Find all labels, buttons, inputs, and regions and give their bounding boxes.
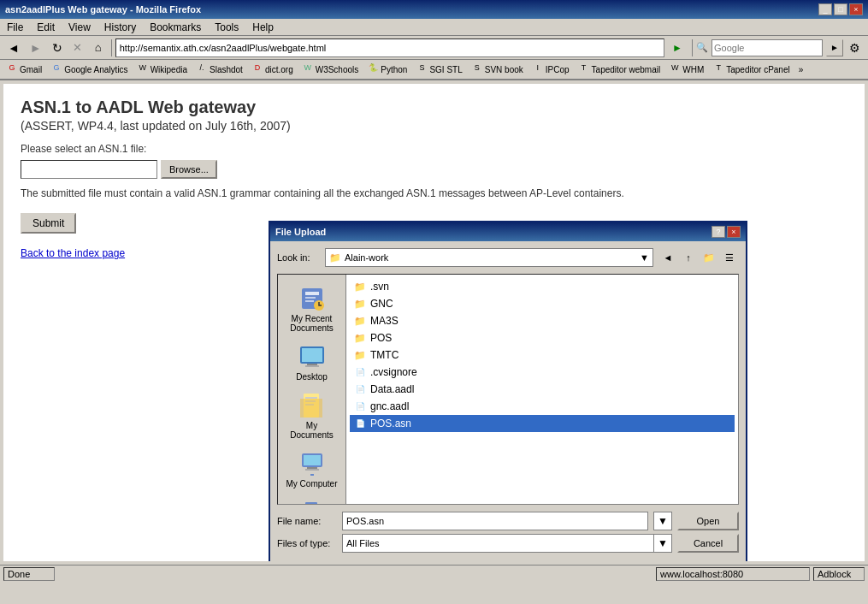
filetype-dropdown-arrow[interactable]: ▼ — [653, 534, 672, 553]
folder-icon-tmtc: 📁 — [353, 348, 367, 362]
left-panel-network[interactable]: My Network — [282, 495, 342, 505]
description-text: The submitted file must contain a valid … — [21, 187, 670, 199]
nav-back-button[interactable]: ◄ — [658, 248, 677, 267]
maximize-button[interactable]: □ — [834, 3, 847, 15]
bookmark-dictorg[interactable]: D dict.org — [249, 62, 296, 76]
close-button[interactable]: × — [849, 3, 863, 15]
submit-button[interactable]: Submit — [21, 213, 76, 234]
file-item-cvsignore[interactable]: 📄 .cvsignore — [350, 364, 735, 381]
file-name-pos: POS — [370, 332, 392, 344]
bookmark-slashdot[interactable]: /. Slashdot — [193, 62, 245, 76]
file-item-pos[interactable]: 📁 POS — [350, 329, 735, 346]
bookmark-w3schools[interactable]: W W3Schools — [299, 62, 362, 76]
page-title: ASN.1 to AADL Web gateway — [21, 98, 847, 117]
menu-bookmarks[interactable]: Bookmarks — [146, 21, 204, 34]
bookmark-tapeditor-webmail[interactable]: T Tapeditor webmail — [576, 62, 664, 76]
file-item-posasn[interactable]: 📄 POS.asn — [350, 415, 735, 432]
left-panel-desktop[interactable]: Desktop — [282, 340, 342, 385]
toolbar-settings-button[interactable]: ⚙ — [845, 38, 865, 57]
menu-help[interactable]: Help — [249, 21, 277, 34]
menu-edit[interactable]: Edit — [33, 21, 58, 34]
left-panel-documents[interactable]: My Documents — [282, 388, 342, 443]
look-in-combo[interactable]: 📁 Alain-work ▼ — [325, 248, 653, 267]
documents-label: My Documents — [284, 421, 340, 440]
bookmark-analytics[interactable]: G Google Analytics — [48, 62, 131, 76]
new-folder-button[interactable]: 📁 — [700, 248, 718, 267]
bookmark-gmail[interactable]: G Gmail — [3, 62, 44, 76]
status-adblock-text: Adblock — [818, 569, 851, 579]
search-input[interactable] — [712, 39, 823, 56]
menu-view[interactable]: View — [65, 21, 94, 34]
bookmark-more[interactable]: » — [796, 64, 806, 75]
svg-rect-18 — [305, 502, 317, 505]
bookmarks-bar: G Gmail G Google Analytics W Wikipedia /… — [0, 60, 868, 80]
left-panel-recent[interactable]: My RecentDocuments — [282, 281, 342, 336]
bookmark-whm[interactable]: W WHM — [666, 62, 706, 76]
bookmark-wikipedia[interactable]: W Wikipedia — [134, 62, 190, 76]
file-name-gnc: GNC — [370, 298, 393, 310]
file-item-ma3s[interactable]: 📁 MA3S — [350, 312, 735, 329]
dialog-title-buttons: ? × — [712, 226, 741, 238]
menu-file[interactable]: File — [3, 21, 27, 34]
status-server-text: www.localhost:8080 — [656, 567, 810, 581]
analytics-icon: G — [50, 63, 62, 75]
view-button[interactable]: ☰ — [720, 248, 739, 267]
folder-icon: 📁 — [329, 252, 341, 264]
file-text-input[interactable] — [21, 160, 157, 179]
bookmark-sgistl[interactable]: S SGI STL — [413, 62, 464, 76]
file-name-posasn: POS.asn — [370, 417, 411, 429]
menu-tools[interactable]: Tools — [211, 21, 242, 34]
filename-input[interactable] — [342, 512, 648, 530]
stop-button[interactable]: ✕ — [68, 38, 87, 57]
look-in-label: Look in: — [277, 252, 320, 263]
left-panel: My RecentDocuments Desktop — [278, 275, 346, 504]
bookmark-ipcop[interactable]: I IPCop — [529, 62, 572, 76]
toolbar-separator — [111, 39, 112, 56]
title-bar: asn2aadlPlus Web gateway - Mozilla Firef… — [0, 0, 868, 19]
dialog-close-button[interactable]: × — [727, 226, 741, 238]
dialog-help-button[interactable]: ? — [712, 226, 725, 238]
file-item-gncaadl[interactable]: 📄 gnc.aadl — [350, 398, 735, 415]
left-panel-computer[interactable]: My Computer — [282, 447, 342, 492]
file-item-tmtc[interactable]: 📁 TMTC — [350, 346, 735, 364]
file-input-row: Browse... — [21, 160, 847, 179]
browse-button[interactable]: Browse... — [161, 160, 217, 179]
menu-history[interactable]: History — [101, 21, 139, 34]
file-icon-gncaadl: 📄 — [353, 400, 367, 413]
cancel-button[interactable]: Cancel — [677, 534, 739, 553]
address-input[interactable] — [115, 38, 664, 57]
svnbook-icon: S — [471, 63, 483, 75]
file-item-gnc[interactable]: 📁 GNC — [350, 295, 735, 312]
bookmark-tapeditor-cpanel[interactable]: T Tapeditor cPanel — [710, 62, 793, 76]
folder-icon-gnc: 📁 — [353, 297, 367, 311]
search-go-button[interactable]: ► — [826, 39, 843, 56]
slashdot-icon: /. — [196, 63, 208, 75]
home-button[interactable]: ⌂ — [89, 38, 108, 57]
back-button[interactable]: ◄ — [3, 38, 24, 57]
folder-icon-svn: 📁 — [353, 280, 367, 293]
go-button[interactable]: ► — [668, 38, 687, 57]
status-adblock: Adblock — [813, 567, 865, 581]
svg-rect-17 — [310, 474, 314, 476]
bottom-rows: File name: ▼ Open Files of type: ▼ Cance… — [277, 512, 739, 553]
gmail-icon: G — [6, 63, 18, 75]
filename-label: File name: — [277, 516, 337, 526]
open-button[interactable]: Open — [677, 512, 739, 530]
file-icon-cvsignore: 📄 — [353, 365, 367, 379]
minimize-button[interactable]: _ — [818, 3, 832, 15]
forward-button[interactable]: ► — [26, 38, 46, 57]
file-item-dataaadl[interactable]: 📄 Data.aadl — [350, 381, 735, 398]
filename-dropdown-arrow[interactable]: ▼ — [653, 512, 672, 530]
file-item-svn[interactable]: 📁 .svn — [350, 278, 735, 295]
look-in-dropdown-arrow: ▼ — [640, 252, 649, 263]
dictorg-icon: D — [251, 63, 263, 75]
bookmark-python[interactable]: 🐍 Python — [364, 62, 410, 76]
status-url-text: www.localhost:8080 — [660, 569, 743, 579]
look-in-row: Look in: 📁 Alain-work ▼ ◄ ↑ 📁 ☰ — [277, 248, 739, 267]
browser-title: asn2aadlPlus Web gateway - Mozilla Firef… — [5, 4, 201, 15]
nav-up-button[interactable]: ↑ — [679, 248, 698, 267]
file-icon-dataaadl: 📄 — [353, 382, 367, 396]
bookmark-svnbook[interactable]: S SVN book — [469, 62, 526, 76]
reload-button[interactable]: ↻ — [48, 38, 67, 57]
file-name-gncaadl: gnc.aadl — [370, 400, 409, 412]
